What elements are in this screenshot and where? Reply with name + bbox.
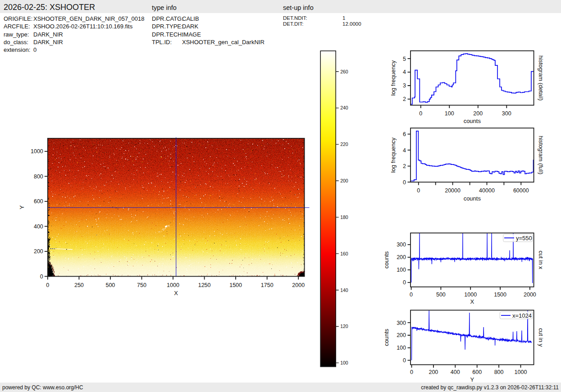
svg-text:0: 0 <box>410 292 413 298</box>
svg-text:1000: 1000 <box>464 292 477 298</box>
svg-text:3: 3 <box>403 82 406 89</box>
svg-text:1500: 1500 <box>494 292 506 298</box>
svg-text:0: 0 <box>403 179 406 186</box>
svg-text:cut in x: cut in x <box>538 251 544 269</box>
svg-text:counts: counts <box>383 328 390 346</box>
svg-text:0: 0 <box>410 369 413 375</box>
svg-text:1000: 1000 <box>515 369 527 375</box>
svg-text:100: 100 <box>445 110 454 117</box>
svg-text:1000: 1000 <box>167 282 179 288</box>
svg-text:100: 100 <box>397 345 406 351</box>
svg-text:X: X <box>174 290 178 296</box>
svg-text:2: 2 <box>403 96 406 102</box>
svg-text:x=1024: x=1024 <box>512 312 532 319</box>
svg-text:200: 200 <box>397 254 406 260</box>
svg-text:4: 4 <box>403 69 406 75</box>
svg-text:20000: 20000 <box>445 187 461 194</box>
svg-text:100: 100 <box>340 360 348 365</box>
svg-text:0: 0 <box>419 110 422 117</box>
svg-text:1750: 1750 <box>261 282 274 288</box>
svg-text:5: 5 <box>403 56 406 62</box>
svg-text:200: 200 <box>34 248 43 255</box>
svg-text:log frequency: log frequency <box>390 137 397 173</box>
svg-text:2000: 2000 <box>292 282 305 288</box>
svg-text:300: 300 <box>502 110 511 117</box>
svg-text:250: 250 <box>74 282 84 288</box>
svg-text:180: 180 <box>340 214 348 220</box>
svg-text:0: 0 <box>40 273 43 280</box>
svg-text:counts: counts <box>464 195 481 202</box>
svg-text:X: X <box>470 298 474 305</box>
svg-text:260: 260 <box>340 69 348 74</box>
svg-text:histogram (full): histogram (full) <box>538 136 544 174</box>
svg-text:log frequency: log frequency <box>390 60 397 96</box>
svg-text:histogram (detail): histogram (detail) <box>538 55 544 100</box>
svg-text:800: 800 <box>494 369 504 375</box>
svg-text:600: 600 <box>34 198 43 205</box>
svg-text:160: 160 <box>340 251 348 256</box>
svg-text:200: 200 <box>429 369 438 375</box>
svg-text:300: 300 <box>397 242 406 248</box>
svg-text:120: 120 <box>340 324 348 329</box>
svg-text:4: 4 <box>403 147 406 154</box>
svg-text:200: 200 <box>340 178 348 183</box>
svg-text:200: 200 <box>397 332 406 338</box>
svg-text:500: 500 <box>105 282 115 288</box>
svg-text:100: 100 <box>397 267 406 273</box>
svg-text:500: 500 <box>436 292 446 298</box>
svg-text:counts: counts <box>464 118 481 124</box>
svg-text:300: 300 <box>397 320 406 326</box>
svg-text:0: 0 <box>403 357 406 364</box>
svg-text:1000: 1000 <box>31 148 43 155</box>
svg-text:1250: 1250 <box>198 282 211 288</box>
svg-text:0: 0 <box>403 279 406 286</box>
svg-text:Y: Y <box>18 205 25 210</box>
svg-text:1500: 1500 <box>229 282 242 288</box>
svg-text:600: 600 <box>472 369 482 375</box>
svg-text:240: 240 <box>340 105 348 110</box>
svg-text:60000: 60000 <box>513 187 529 194</box>
svg-text:0: 0 <box>417 187 420 194</box>
svg-text:40000: 40000 <box>479 187 495 194</box>
svg-text:400: 400 <box>34 223 43 230</box>
svg-text:Y: Y <box>470 376 474 383</box>
svg-text:750: 750 <box>137 282 146 288</box>
svg-text:cut in y: cut in y <box>538 328 544 347</box>
svg-text:0: 0 <box>46 282 49 288</box>
svg-text:2000: 2000 <box>524 292 536 298</box>
svg-text:counts: counts <box>383 251 390 269</box>
svg-text:800: 800 <box>34 173 43 180</box>
svg-text:140: 140 <box>340 287 348 293</box>
svg-text:200: 200 <box>473 110 483 117</box>
svg-text:y=550: y=550 <box>516 235 532 242</box>
svg-text:220: 220 <box>340 141 348 147</box>
svg-text:2: 2 <box>403 163 406 169</box>
svg-text:400: 400 <box>451 369 460 375</box>
svg-text:6: 6 <box>403 131 406 137</box>
